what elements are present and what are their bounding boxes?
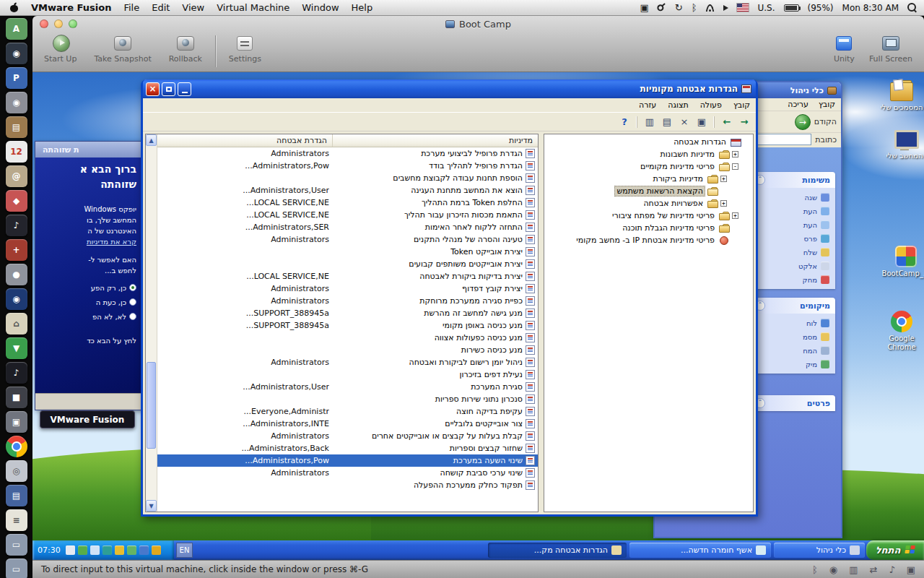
computer-place[interactable]: המח xyxy=(756,346,829,355)
app-menu-title[interactable]: VMware Fusion xyxy=(31,2,111,13)
taskbar-security-settings-button[interactable]: הגדרות אבטחה מק... xyxy=(488,543,627,558)
fullscreen-button[interactable]: Full Screen xyxy=(869,34,912,64)
tree-account-policies[interactable]: + מדיניות חשבונות xyxy=(544,148,753,160)
media-app-icon[interactable]: ♪ xyxy=(6,215,27,236)
disk-app-icon[interactable]: ◎ xyxy=(6,460,27,482)
wizard-titlebar[interactable]: ת שזוהתה xyxy=(35,142,141,158)
policy-row[interactable]: סגירת המערכת ...Administrators,User xyxy=(157,381,538,393)
download-app-icon[interactable]: ▼ xyxy=(6,337,27,359)
privacy-policy-link[interactable]: קרא את מדיניות xyxy=(35,238,136,246)
policy-row[interactable]: יצירת קובץ דפדוף Administrators xyxy=(157,282,538,295)
policy-row[interactable]: קבלת בעלות על קבצים או אובייקטים אחרים A… xyxy=(157,430,538,442)
scrollbar-thumb[interactable] xyxy=(147,362,156,449)
desktop-place[interactable]: לוח xyxy=(756,319,829,327)
desktop-icon-bootcamp[interactable]: BootCamp_... xyxy=(881,246,924,278)
tree-expand-box[interactable]: + xyxy=(732,151,738,158)
radio-icon[interactable] xyxy=(129,313,136,320)
policy-row[interactable]: מנע גישה למחשב זה מהרשת ...SUPPORT_38894… xyxy=(157,307,538,319)
vmware-tools-tray-icon[interactable] xyxy=(78,545,87,555)
minimize-button[interactable] xyxy=(178,82,191,96)
network-place[interactable]: מיק xyxy=(756,360,829,368)
tools-app-icon[interactable]: + xyxy=(6,239,27,261)
utility-app-icon[interactable]: ▣ xyxy=(6,411,27,433)
globe-app-icon[interactable]: ◉ xyxy=(6,288,27,310)
keyboard-tray-icon[interactable] xyxy=(66,545,75,555)
menu-item[interactable]: קובץ xyxy=(819,100,835,109)
language-indicator[interactable]: EN xyxy=(176,543,193,558)
back-icon[interactable]: ← xyxy=(719,115,735,129)
close-button[interactable]: × xyxy=(146,82,160,96)
disc-app-icon[interactable]: ● xyxy=(6,264,27,285)
email-task[interactable]: שלח xyxy=(756,248,829,256)
policy-row[interactable]: נעילת דפים בזיכרון xyxy=(157,368,538,381)
policy-row[interactable]: הגדרת פרופיל לתהליך בודד ...Administrato… xyxy=(157,160,538,172)
drawer-app-icon[interactable]: ▤ xyxy=(6,485,27,506)
volume-icon[interactable] xyxy=(723,5,728,11)
browser-app-icon[interactable]: ◉ xyxy=(6,43,27,64)
help-icon[interactable]: ? xyxy=(616,115,632,129)
policy-row[interactable]: החלפת Token ברמת התהליך ...LOCAL SERVICE… xyxy=(157,197,538,209)
keychain-icon[interactable] xyxy=(655,1,668,14)
radio-icon[interactable] xyxy=(129,284,136,291)
volume-tray-icon[interactable] xyxy=(90,545,100,555)
battery-percent[interactable]: (95%) xyxy=(808,3,834,13)
menubar-item[interactable]: Help xyxy=(352,2,373,13)
calendar-app-icon[interactable]: 12 xyxy=(6,141,27,163)
forward-icon[interactable]: → xyxy=(736,115,752,129)
policy-row[interactable]: מנע כניסה כשירות xyxy=(157,344,538,356)
publish-task[interactable]: פרס xyxy=(756,234,829,243)
bluetooth-icon[interactable]: ᛒ xyxy=(692,3,697,12)
tree-security-options[interactable]: + אפשרויות אבטחה xyxy=(544,197,753,210)
menu-item[interactable]: עזרה xyxy=(639,100,656,110)
details-panel-header[interactable]: פרטים ˆ xyxy=(750,395,835,411)
rename-task[interactable]: שנה xyxy=(756,193,829,202)
policy-row[interactable]: הוצא את המחשב מתחנת העגינה ...Administra… xyxy=(157,184,538,197)
notes-app-icon[interactable]: ≡ xyxy=(6,509,27,531)
taskbar-admin-tools-button[interactable]: כלי ניהול xyxy=(774,543,865,558)
unity-button[interactable]: Unity xyxy=(834,34,855,64)
policy-row[interactable]: התאמת מכסות הזיכרון עבור תהליך ...LOCAL … xyxy=(157,209,538,221)
policy-row[interactable]: התחזה ללקוח לאחר האימות ...Administrator… xyxy=(157,221,538,233)
network-tray-icon[interactable] xyxy=(103,545,112,555)
policy-row[interactable]: עקיפת בדיקה חוצה ...Everyone,Administr xyxy=(157,405,538,418)
copy-task[interactable]: העת xyxy=(756,220,829,229)
desktop-icon-my-computer[interactable]: המחשב שלי xyxy=(880,130,924,160)
folder2-app-icon[interactable]: ▭ xyxy=(6,558,27,578)
policy-row[interactable]: שחזור קבצים וספריות ...Administrators,Ba… xyxy=(157,442,538,454)
delete-task[interactable]: מחק xyxy=(756,275,829,284)
tree-expand-box[interactable]: - xyxy=(732,163,738,170)
pane-splitter[interactable] xyxy=(539,134,544,512)
tree-ip-security[interactable]: פריטי מדיניות אבטחת IP ב- מחשב מקומי xyxy=(544,234,753,246)
menubar-item[interactable]: File xyxy=(123,2,139,13)
security-titlebar[interactable]: × הגדרות אבטחה מקומיות xyxy=(143,79,756,98)
wizard-radio-option[interactable]: כן, כעת ה xyxy=(35,295,136,309)
policy-row[interactable]: כפיית סגירה ממערכת מרוחקת Administrators xyxy=(157,295,538,307)
tree-expand-box[interactable]: + xyxy=(720,200,727,207)
policy-column-header[interactable]: מדיניות xyxy=(332,134,538,147)
delete-icon[interactable]: × xyxy=(676,115,692,129)
bluetooth-status-icon[interactable]: ᛒ xyxy=(812,564,818,575)
tree-public-key-policies[interactable]: + פריטי מדיניות של מפתח ציבורי xyxy=(544,210,753,222)
policy-row[interactable]: תפקוד כחלק ממערכת ההפעלה xyxy=(157,479,538,491)
draw-app-icon[interactable]: A xyxy=(6,18,27,40)
print-task[interactable]: אלקט xyxy=(756,262,829,270)
minimize-window-button[interactable] xyxy=(54,20,63,28)
policy-row[interactable]: הגדרת פרופיל לביצועי מערכת Administrator… xyxy=(157,147,538,160)
tree-expand-box[interactable]: + xyxy=(720,176,727,182)
sound-status-icon[interactable]: ♪ xyxy=(889,564,894,575)
properties-icon[interactable]: ▥ xyxy=(642,115,658,129)
taskbar-clock[interactable]: 07:30 xyxy=(38,545,61,555)
home-app-icon[interactable]: ⌂ xyxy=(6,313,27,335)
wizard-radio-option[interactable]: לא, לא הפ xyxy=(35,309,136,324)
menubar-item[interactable]: View xyxy=(182,2,204,13)
policy-row[interactable]: ניהול יומן רישום לביקורת ואבטחה Administ… xyxy=(157,356,538,368)
tree-security-settings[interactable]: הגדרות אבטחה xyxy=(544,136,753,148)
menu-item[interactable]: עריכה xyxy=(788,100,808,109)
policy-row[interactable]: שינוי השעה במערכת ...Administrators,Pow xyxy=(157,454,538,467)
back-button[interactable]: → xyxy=(795,114,811,130)
harddisk-status-icon[interactable]: ▥ xyxy=(849,564,858,575)
vm-display[interactable]: המסמכים שלי המחשב שלי BootCamp_... Googl… xyxy=(32,72,924,560)
tasks-panel-header[interactable]: משימות ˆ xyxy=(750,172,835,188)
policy-row[interactable]: מנע כניסה באופן מקומי ...SUPPORT_388945a xyxy=(157,319,538,332)
desktop-icon-my-documents[interactable]: המסמכים שלי xyxy=(877,82,924,112)
